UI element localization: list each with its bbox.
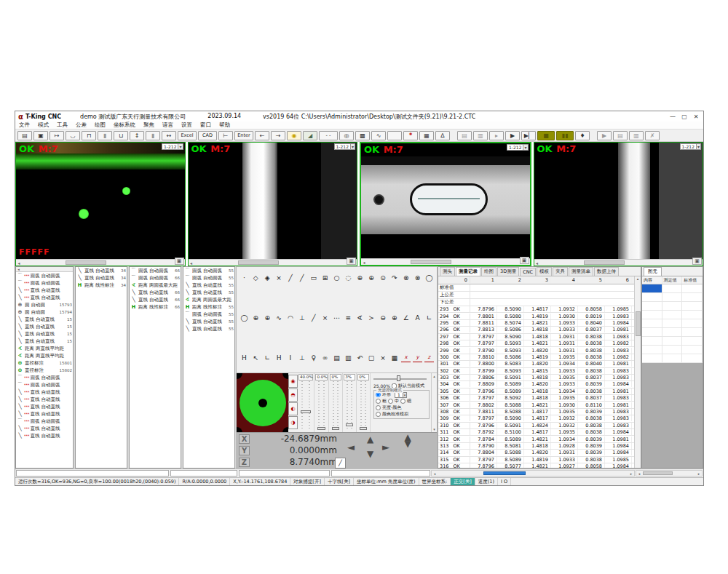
feature-item[interactable]: *** 直线 自动直线: [16, 410, 73, 418]
palette-tool-icon[interactable]: ↷: [389, 273, 399, 282]
toolbar-button[interactable]: ▮: [98, 131, 112, 140]
camera-zoom-dropdown[interactable]: 1-212 ▾: [507, 144, 528, 151]
palette-tool-icon[interactable]: ∟: [263, 353, 272, 362]
scroll-left-icon[interactable]: ◂: [534, 260, 540, 266]
palette-tool-icon[interactable]: ⊗: [401, 273, 411, 282]
toolbar-button[interactable]: ▤: [613, 131, 628, 140]
palette-tool-icon[interactable]: ∞: [320, 353, 330, 362]
minimize-button[interactable]: —: [667, 113, 678, 120]
feature-item[interactable]: *** 圆弧 自动圆弧: [16, 418, 73, 425]
palette-tool-icon[interactable]: ◯: [240, 313, 249, 322]
table-tab[interactable]: 夹具: [553, 267, 568, 276]
feature-item[interactable]: *** 直线 自动直线: [16, 287, 73, 294]
record-row[interactable]: 312 OK 7.8784 8.5089 1.4821 1.0934 0.803…: [438, 436, 634, 442]
palette-tool-icon[interactable]: ⊕: [367, 273, 376, 282]
table-tab[interactable]: CNC: [520, 268, 536, 276]
element-row[interactable]: [642, 354, 703, 363]
palette-tool-icon[interactable]: ∢: [355, 313, 365, 322]
feature-item[interactable]: *** 直线 自动直线: [16, 425, 73, 432]
palette-tool-icon[interactable]: ⊥: [297, 313, 306, 322]
status-segment[interactable]: 十字线[关]: [325, 478, 354, 485]
feature-item[interactable]: *** 直线 自动直线: [16, 294, 73, 301]
slider-thumb[interactable]: [301, 410, 311, 413]
light-slider[interactable]: 3%: [343, 373, 357, 432]
ring-segment-icon[interactable]: ◓: [288, 388, 298, 402]
record-row[interactable]: 308 OK 7.8811 8.5088 1.4817 1.0935 0.803…: [438, 409, 634, 415]
chevron-down-icon[interactable]: ▾: [178, 144, 182, 149]
camera-fit-icon[interactable]: ▣: [175, 258, 184, 265]
camera-view[interactable]: OK M:7 1-212 ▾ ◂ ▸ ▣: [534, 142, 704, 266]
toolbar-button[interactable]: CAD: [198, 131, 217, 140]
camera-view[interactable]: OK M:7 1-212 ▾ ◂ ▸ ▣: [188, 142, 358, 266]
element-row[interactable]: [642, 319, 703, 328]
toolbar-button[interactable]: ⊔: [114, 131, 128, 140]
toolbar-button[interactable]: [387, 131, 402, 140]
jog-left-icon[interactable]: ◄: [347, 442, 355, 453]
scroll-thumb[interactable]: [483, 471, 526, 475]
feature-item[interactable]: *** 直线 自动直线: [16, 432, 73, 439]
feature-item[interactable]: 直线 自动直线 34: [76, 267, 127, 274]
feature-item[interactable]: 距离 线性标注 55: [183, 303, 234, 311]
record-row[interactable]: 299 OK 7.8790 8.5093 1.4820 1.0931 0.803…: [438, 347, 634, 354]
camera-zoom-dropdown[interactable]: 1-212 ▾: [334, 143, 355, 150]
toolbar-button[interactable]: ▶: [597, 131, 612, 140]
light-slider[interactable]: 0.0%: [314, 373, 329, 432]
feature-item[interactable]: 圆 自动圆 15793: [16, 301, 73, 308]
palette-tool-icon[interactable]: y: [413, 353, 422, 362]
element-row[interactable]: [642, 346, 703, 354]
toolbar-button[interactable]: ←: [255, 131, 269, 140]
element-row[interactable]: [642, 337, 703, 346]
toolbar-button[interactable]: ◉: [287, 131, 301, 140]
palette-tool-icon[interactable]: ·: [240, 273, 249, 282]
table-tab[interactable]: 数据上传: [594, 267, 619, 276]
palette-tool-icon[interactable]: ⊥: [297, 353, 306, 362]
toolbar-button[interactable]: ▮▮: [556, 131, 574, 140]
toolbar-button[interactable]: Excel: [178, 131, 197, 140]
feature-item[interactable]: 圆弧 自动圆弧 66: [130, 274, 181, 282]
menu-item[interactable]: 公差: [76, 121, 87, 129]
feature-item[interactable]: 直线 自动直线 15: [16, 330, 73, 338]
feature-item[interactable]: 直径标注 15801: [16, 359, 73, 367]
toolbar-button[interactable]: ▮: [146, 131, 160, 140]
palette-tool-icon[interactable]: ◯: [424, 273, 434, 282]
toolbar-button[interactable]: ■: [537, 131, 555, 140]
record-row[interactable]: 303 OK 7.8806 8.5091 1.4818 1.0935 0.803…: [438, 375, 634, 381]
camera-zoom-dropdown[interactable]: 1-212 ▾: [162, 143, 183, 150]
jog-cross-arrows[interactable]: ▲ ◄ ► ▼: [347, 437, 395, 462]
slider-thumb[interactable]: [397, 375, 400, 381]
jog-z-arrows[interactable]: ▲▼: [403, 434, 413, 447]
feature-item[interactable]: 距离 线性标注 34: [76, 282, 127, 289]
palette-tool-icon[interactable]: ⋯: [332, 313, 341, 322]
toolbar-button[interactable]: ⊢: [218, 131, 233, 140]
chevron-down-icon[interactable]: ▾: [403, 393, 407, 397]
palette-tool-icon[interactable]: H: [240, 353, 249, 362]
table-tab[interactable]: 3D测量: [497, 267, 519, 276]
mode-brightness-radio[interactable]: [376, 405, 381, 410]
palette-tool-icon[interactable]: ∟: [424, 313, 434, 322]
slider-thumb[interactable]: [317, 427, 325, 430]
status-segment[interactable]: X,Y:-14.1761,108.6784: [230, 478, 290, 485]
element-row[interactable]: [642, 302, 703, 311]
jog-right-icon[interactable]: ►: [382, 442, 389, 453]
toolbar-button[interactable]: ↦: [50, 131, 64, 140]
feature-item[interactable]: 圆 自动圆 15794: [16, 308, 73, 316]
scroll-left-icon[interactable]: ◂: [636, 471, 642, 476]
palette-tool-icon[interactable]: ⊙: [379, 273, 388, 282]
record-row[interactable]: 315 OK 7.8797 8.5089 1.4819 1.0933 0.803…: [438, 457, 634, 463]
record-row[interactable]: 298 OK 7.8797 8.5093 1.4821 1.0931 0.803…: [438, 340, 634, 347]
toolbar-button[interactable]: ◎: [339, 131, 354, 140]
light-slider[interactable]: 40.0%: [298, 373, 314, 432]
table-tab[interactable]: 测头: [440, 267, 455, 276]
column-hscrollbar[interactable]: ◂: [16, 267, 73, 272]
status-segment[interactable]: 正交[关]: [451, 478, 475, 485]
record-row[interactable]: 304 OK 7.8809 8.5089 1.4820 1.0933 0.803…: [438, 381, 634, 388]
chevron-down-icon[interactable]: ▾: [350, 144, 355, 149]
toolbar-button[interactable]: ↔: [162, 131, 176, 140]
palette-tool-icon[interactable]: ╱: [297, 273, 306, 282]
toolbar-button[interactable]: ▣: [33, 131, 48, 140]
palette-tool-icon[interactable]: ↖: [251, 353, 261, 362]
element-panel-tab[interactable]: 图元: [644, 267, 662, 276]
status-segment[interactable]: R/A:0.0000,0.0000: [179, 478, 230, 485]
camera-fit-icon[interactable]: ▣: [520, 257, 529, 264]
mode-fine-radio[interactable]: [400, 399, 405, 404]
